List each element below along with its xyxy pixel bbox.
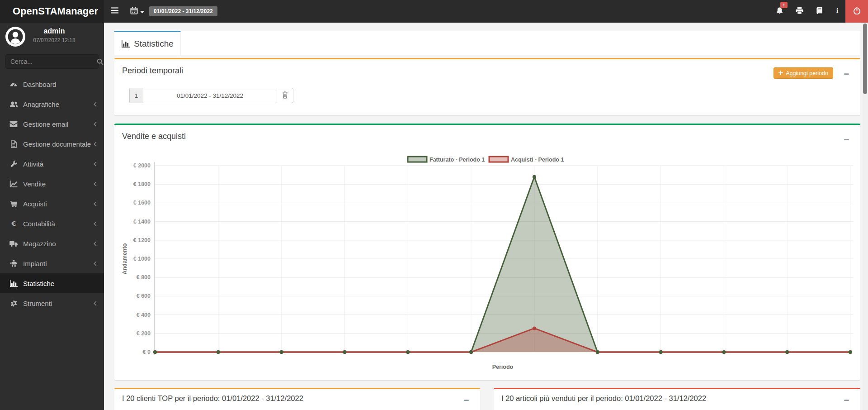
sidebar-item-label: Contabilità: [23, 220, 55, 228]
data-point: [469, 350, 473, 354]
tab-strip: Statistiche: [114, 31, 860, 55]
chevron-left-icon: [94, 142, 97, 147]
sidebar-search: [5, 54, 99, 69]
docs-button[interactable]: [809, 0, 829, 23]
sidebar-item-label: Acquisti: [23, 200, 47, 208]
legend-entry-1[interactable]: Acquisti - Periodo 1: [489, 157, 564, 163]
user-panel: admin 07/07/2022 12:18: [0, 23, 104, 51]
sidebar-item-contabilita[interactable]: €Contabilità: [0, 214, 104, 234]
chevron-left-icon: [94, 122, 97, 127]
acquisti-icon: [9, 200, 18, 207]
periods-box: Periodi temporali Aggiungi periodo 1: [114, 58, 860, 115]
delete-period-button[interactable]: [277, 88, 293, 103]
add-period-button[interactable]: Aggiungi periodo: [774, 67, 833, 79]
sidebar-item-magazzino[interactable]: Magazzino: [0, 234, 104, 253]
legend-entry-0[interactable]: Fatturato - Periodo 1: [408, 157, 485, 163]
info-button[interactable]: i: [829, 0, 845, 23]
sidebar-item-vendite[interactable]: Vendite: [0, 174, 104, 194]
y-tick-label: € 1200: [133, 237, 151, 243]
anagrafiche-icon: [9, 100, 18, 108]
login-datetime: 07/07/2022 12:18: [27, 37, 81, 43]
gestione-documentale-icon: [9, 140, 18, 148]
sidebar-item-label: Vendite: [23, 180, 46, 188]
topbar-actions: 1 i: [769, 0, 868, 23]
collapse-minus-icon[interactable]: [844, 71, 849, 77]
sidebar-item-dashboard[interactable]: Dashboard: [0, 74, 104, 94]
y-tick-label: € 1400: [133, 219, 151, 225]
y-tick-label: € 600: [137, 293, 151, 299]
strumenti-icon: [9, 300, 18, 307]
calendar-menu-button[interactable]: [127, 0, 147, 23]
data-point: [217, 350, 220, 354]
caret-down-icon: [140, 7, 144, 15]
y-tick-label: € 200: [137, 330, 151, 337]
scrollbar-thumb[interactable]: [863, 24, 867, 94]
topbar: OpenSTAManager 01/01/2022 - 31/12/2022 1: [0, 0, 868, 23]
sidebar-item-label: Dashboard: [23, 81, 56, 88]
chevron-left-icon: [94, 241, 97, 246]
data-point: [533, 175, 536, 179]
sidebar-item-statistiche[interactable]: Statistiche: [0, 273, 104, 293]
search-input[interactable]: [6, 58, 97, 65]
y-tick-label: € 400: [137, 312, 151, 318]
book-icon: [816, 7, 823, 16]
collapse-minus-icon[interactable]: [844, 397, 849, 403]
contabilita-icon: €: [9, 220, 18, 228]
chevron-left-icon: [94, 162, 97, 167]
data-point: [343, 350, 346, 354]
periods-box-title: Periodi temporali: [114, 59, 860, 76]
attivita-icon: [9, 160, 18, 168]
sidebar-item-impianti[interactable]: Impianti: [0, 253, 104, 273]
data-point: [659, 350, 663, 354]
sidebar-item-anagrafiche[interactable]: Anagrafiche: [0, 94, 104, 114]
sales-purchases-box: Vendite e acquisti € 0€ 200€ 400€ 600€ 8…: [114, 124, 860, 380]
y-tick-label: € 1600: [133, 200, 151, 206]
chevron-left-icon: [94, 181, 97, 186]
period-range-input[interactable]: [143, 88, 277, 103]
tab-statistiche[interactable]: Statistiche: [114, 31, 181, 55]
collapse-minus-icon[interactable]: [463, 397, 469, 403]
y-tick-label: € 2000: [133, 162, 151, 169]
collapse-minus-icon[interactable]: [844, 137, 849, 143]
chevron-left-icon: [94, 261, 97, 266]
sales-purchases-chart: € 0€ 200€ 400€ 600€ 800€ 1000€ 1200€ 140…: [119, 151, 856, 377]
top-clients-box: I 20 clienti TOP per il periodo: 01/01/2…: [114, 388, 480, 410]
period-row: 1: [129, 88, 293, 103]
legend-label: Acquisti - Periodo 1: [511, 157, 564, 163]
chevron-left-icon: [94, 201, 97, 206]
print-button[interactable]: [789, 0, 809, 23]
y-tick-label: € 800: [137, 274, 151, 281]
printer-icon: [796, 7, 803, 16]
page-scrollbar[interactable]: [863, 23, 868, 410]
date-range-chip[interactable]: 01/01/2022 - 31/12/2022: [149, 6, 217, 16]
top-clients-title: I 20 clienti TOP per il periodo: 01/01/2…: [114, 389, 480, 403]
user-avatar-icon: [5, 27, 25, 47]
calendar-icon: [130, 7, 138, 16]
sidebar-item-acquisti[interactable]: Acquisti: [0, 194, 104, 214]
info-icon: i: [835, 7, 839, 16]
sidebar-item-attivita[interactable]: Attività: [0, 154, 104, 174]
notifications-button[interactable]: 1: [769, 0, 789, 23]
top-articles-box: I 20 articoli più venduti per il periodo…: [494, 388, 860, 410]
legend-label: Fatturato - Periodo 1: [429, 157, 485, 163]
logout-button[interactable]: [845, 0, 868, 23]
svg-text:€: €: [11, 220, 16, 228]
sidebar-toggle-button[interactable]: [104, 0, 125, 23]
sidebar-item-gestione-documentale[interactable]: Gestione documentale: [0, 134, 104, 154]
data-point: [153, 350, 157, 354]
y-tick-label: € 0: [143, 349, 151, 355]
bar-chart-icon: [121, 40, 130, 48]
statistiche-icon: [9, 280, 18, 287]
sidebar-item-label: Strumenti: [23, 300, 52, 307]
dashboard-icon: [9, 81, 18, 88]
search-icon[interactable]: [97, 58, 104, 65]
sidebar-item-strumenti[interactable]: Strumenti: [0, 293, 104, 313]
chevron-left-icon: [94, 102, 97, 107]
data-point: [280, 350, 283, 354]
data-point: [785, 350, 789, 354]
x-axis-title: Periodo: [492, 364, 514, 370]
svg-text:i: i: [836, 7, 838, 14]
app-logo[interactable]: OpenSTAManager: [0, 0, 104, 23]
sales-purchases-title: Vendite e acquisti: [114, 125, 860, 141]
sidebar-item-gestione-email[interactable]: Gestione email: [0, 114, 104, 134]
